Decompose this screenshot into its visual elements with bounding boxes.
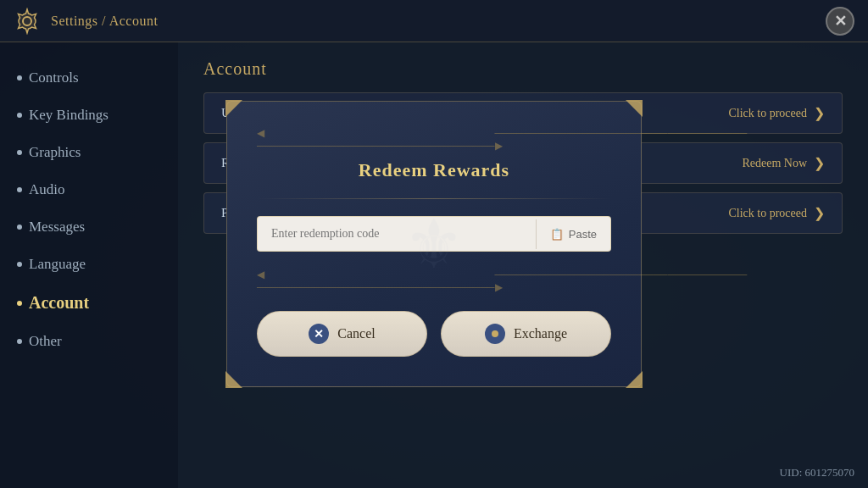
deco-arrows-bottom: ◀ ───────────────────────────────── ────…: [257, 269, 611, 294]
svg-marker-1: [225, 100, 242, 117]
cancel-label: Cancel: [337, 326, 375, 341]
redeem-rewards-modal: ⚜ ◀ ───────────────────────────────── ──…: [226, 101, 642, 387]
corner-decoration-tr: [626, 100, 643, 117]
redemption-input[interactable]: [258, 217, 536, 251]
exchange-icon: [485, 324, 505, 344]
svg-marker-4: [626, 371, 643, 388]
deco-line-mid: [257, 198, 611, 199]
paste-button[interactable]: 📋 Paste: [536, 219, 610, 249]
exchange-label: Exchange: [514, 326, 567, 341]
paste-label: Paste: [569, 228, 597, 241]
redemption-input-wrapper: 📋 Paste: [257, 216, 611, 252]
corner-decoration-bl: [225, 371, 242, 388]
corner-decoration-br: [626, 371, 643, 388]
inner-dot: [492, 330, 498, 337]
modal-overlay: ⚜ ◀ ───────────────────────────────── ──…: [0, 0, 868, 488]
cancel-button[interactable]: ✕ Cancel: [257, 311, 427, 357]
svg-marker-3: [225, 371, 242, 388]
svg-marker-2: [626, 100, 643, 117]
exchange-button[interactable]: Exchange: [441, 311, 611, 357]
modal-title: Redeem Rewards: [257, 159, 611, 181]
cancel-icon: ✕: [309, 324, 329, 344]
clipboard-icon: 📋: [550, 228, 564, 241]
modal-buttons: ✕ Cancel Exchange: [257, 311, 611, 357]
corner-decoration-tl: [225, 100, 242, 117]
deco-arrows-top: ◀ ───────────────────────────────── ────…: [257, 127, 611, 152]
